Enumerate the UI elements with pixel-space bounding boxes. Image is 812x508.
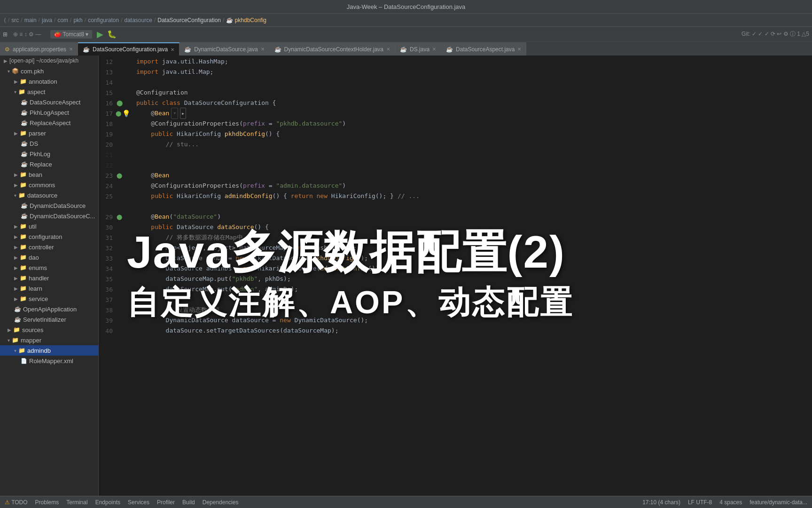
code-content: import java.util.HashMap; import java.ut… (133, 56, 812, 496)
toolbar-right: Git: ✓ ✓ ✓ ⟳ ↩ ⚙ ⓘ 1 △5 (742, 30, 809, 38)
status-endpoints[interactable]: Endpoints (95, 499, 120, 506)
code-line-18: @ConfigurationProperties(prefix = "pkhdb… (136, 119, 812, 129)
project-label: ⊞ (3, 31, 8, 38)
status-build[interactable]: Build (182, 499, 195, 506)
sidebar-item-mapper[interactable]: ▾ 📁 mapper (0, 335, 98, 345)
tab-label: DataSourceAspect.java (456, 46, 515, 53)
main-layout: ▶ [open-api] ~/codes/java/pkh ▾ 📦 com.pk… (0, 56, 812, 496)
debug-btn[interactable]: 🐛 (107, 30, 117, 39)
line-num-29: 29 ⬤ (99, 212, 133, 222)
code-line-20: // stu... (136, 139, 812, 150)
code-line-31: // 将多数据源存储在Map中 (136, 232, 812, 243)
code-line-33: DataSource pkhDs = new HikariDataSource(… (136, 253, 812, 263)
sidebar-item-pkhlog[interactable]: ☕ PkhLog (0, 149, 98, 159)
line-num-34: 34 (99, 263, 133, 274)
sidebar-item-annotation[interactable]: ▶ 📁 annotation (0, 76, 98, 87)
sidebar-item-openapi[interactable]: ☕ OpenApiApplication (0, 304, 98, 314)
line-num-25: 25 (99, 191, 133, 201)
status-todo[interactable]: ⚠ TODO (5, 499, 28, 506)
sidebar-item-handler[interactable]: ▶ 📁 handler (0, 273, 98, 283)
sidebar-item-sources[interactable]: ▶ 📁 sources (0, 325, 98, 335)
sidebar-item-service[interactable]: ▶ 📁 service (0, 294, 98, 304)
status-terminal[interactable]: Terminal (66, 499, 87, 506)
line-num-39: 39 (99, 315, 133, 325)
line-num-18: 18 (99, 119, 133, 129)
line-num-17: 17 ⬤ 💡 (99, 108, 133, 119)
sidebar-item-parser[interactable]: ▶ 📁 parser (0, 128, 98, 138)
sidebar-item-configuraton[interactable]: ▶ 📁 configuraton (0, 231, 98, 242)
code-area: 12 13 14 15 16 ⬤ (99, 56, 812, 496)
tab-dynamic-datasource[interactable]: ☕ DynamicDataSource.java ✕ (180, 42, 269, 56)
tab-datasource-aspect[interactable]: ☕ DataSourceAspect.java ✕ (441, 42, 526, 56)
sidebar-item-datasource[interactable]: ▾ 📁 datasource (0, 190, 98, 200)
sidebar-item-datasource-aspect[interactable]: ☕ DataSourceAspect (0, 97, 98, 107)
line-num-31: 31 (99, 232, 133, 243)
sidebar-item-enums[interactable]: ▶ 📁 enums (0, 262, 98, 273)
sidebar-item-rolemapper[interactable]: 📄 RoleMapper.xml (0, 356, 98, 366)
line-num-22: 22 (99, 160, 133, 170)
status-encoding: LF UTF-8 (688, 499, 712, 506)
tab-bar: ⚙ application.properties ✕ ☕ DataSourceC… (0, 41, 812, 56)
line-num-12: 12 (99, 56, 133, 67)
breadcrumb-bar: ⟨ / src / main / java / com / pkh / conf… (0, 13, 812, 26)
tab-ds[interactable]: ☕ DS.java ✕ (395, 42, 441, 56)
code-line-35: dataSourceMap.put("pkhdb", pkhDs); (136, 274, 812, 284)
line-num-19: 19 (99, 129, 133, 139)
line-num-14: 14 (99, 77, 133, 87)
run-btn[interactable]: ▶ (97, 29, 103, 40)
sidebar-item-servlet[interactable]: ☕ ServletInitializer (0, 314, 98, 325)
sidebar-item-controller[interactable]: ▶ 📁 controller (0, 242, 98, 252)
sidebar-item-replace[interactable]: ☕ Replace (0, 159, 98, 169)
tab-datasource-configuration[interactable]: ☕ DataSourceConfiguration.java ✕ (78, 42, 180, 56)
sidebar-item-dynamic-datasource[interactable]: ☕ DynamicDataSource (0, 200, 98, 211)
status-problems[interactable]: Problems (35, 499, 59, 506)
sidebar-item-replace-aspect[interactable]: ☕ ReplaceAspect (0, 118, 98, 128)
tab-application-properties[interactable]: ⚙ application.properties ✕ (0, 42, 78, 56)
sidebar-item-learn[interactable]: ▶ 📁 learn (0, 283, 98, 294)
tab-label: DS.java (410, 46, 429, 53)
sidebar-item-aspect[interactable]: ▾ 📁 aspect (0, 87, 98, 97)
line-num-20: 20 (99, 139, 133, 150)
sidebar-item-commons[interactable]: ▶ 📁 commons (0, 180, 98, 190)
code-line-38: // 设置动态数据源 (136, 305, 812, 315)
code-line-19: public HikariConfig pkhdbConfig() { (136, 129, 812, 139)
status-left: ⚠ TODO Problems Terminal Endpoints Servi… (5, 499, 238, 506)
sidebar-item-dao[interactable]: ▶ 📁 dao (0, 252, 98, 262)
code-line-36: dataSourceMap.put("admin", adminDs); (136, 284, 812, 294)
code-line-25: public HikariConfig admindbConfig() { re… (136, 191, 812, 201)
tab-label: DynamicDataSource.java (194, 46, 258, 53)
line-num-16: 16 ⬤ (99, 98, 133, 108)
toolbar-icons: ⊕ ≡ ↕ ⚙ — (13, 31, 41, 38)
status-branch: feature/dynamic-data... (750, 499, 807, 506)
code-line-17: @Bean ▾ ▸ (136, 108, 812, 119)
tab-label: DynamicDataSourceContextHolder.java (284, 46, 383, 53)
line-num-13: 13 (99, 67, 133, 77)
code-line-22 (136, 160, 812, 170)
run-config[interactable]: 🍅 Tomcat8 ▾ (50, 30, 92, 39)
bc-back[interactable]: ⟨ (4, 17, 6, 24)
sidebar-item-ds[interactable]: ☕ DS (0, 138, 98, 149)
status-services[interactable]: Services (128, 499, 149, 506)
sidebar-item-bean[interactable]: ▶ 📁 bean (0, 169, 98, 180)
editor: 12 13 14 15 16 ⬤ (99, 56, 812, 496)
line-num-35: 35 (99, 274, 133, 284)
sidebar-item-pkhlog-aspect[interactable]: ☕ PkhLogAspect (0, 107, 98, 118)
sidebar-item-dynamic-datasource-ch[interactable]: ☕ DynamicDataSourceC... (0, 211, 98, 221)
line-num-38: 38 (99, 305, 133, 315)
tab-dynamic-datasource-context[interactable]: ☕ DynamicDataSourceContextHolder.java ✕ (270, 42, 395, 56)
code-line-16: public class DataSourceConfiguration { (136, 98, 812, 108)
code-line-14 (136, 77, 812, 87)
code-line-blank (136, 201, 812, 212)
status-profiler[interactable]: Profiler (157, 499, 175, 506)
sidebar: ▶ [open-api] ~/codes/java/pkh ▾ 📦 com.pk… (0, 56, 99, 496)
line-num-21: 21 (99, 150, 133, 160)
code-line-39: DynamicDataSource dataSource = new Dynam… (136, 315, 812, 325)
status-dependencies[interactable]: Dependencies (203, 499, 239, 506)
sidebar-item-com-pkh[interactable]: ▾ 📦 com.pkh (0, 66, 98, 76)
line-num-32: 32 (99, 243, 133, 253)
line-number-gutter: 12 13 14 15 16 ⬤ (99, 56, 133, 496)
sidebar-item-util[interactable]: ▶ 📁 util (0, 221, 98, 231)
toolbar: ⊞ ⊕ ≡ ↕ ⚙ — 🍅 Tomcat8 ▾ ▶ 🐛 Git: ✓ ✓ ✓ ⟳… (0, 26, 812, 41)
sidebar-item-admindb[interactable]: ▾ 📁 admindb (0, 345, 98, 356)
line-num-37: 37 (99, 294, 133, 305)
